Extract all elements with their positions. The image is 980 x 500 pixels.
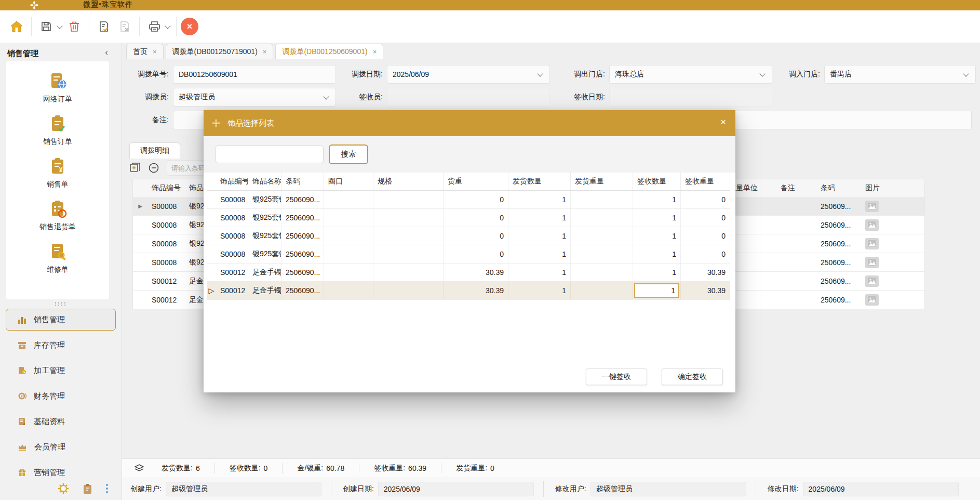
header-ship-qty[interactable]: 发货数量 <box>508 173 571 190</box>
cell-receive-qty[interactable]: 1 <box>633 209 681 227</box>
header-receive-qty[interactable]: 签收数量 <box>633 173 681 190</box>
sidebar-item-inventory-management[interactable]: 库存管理 <box>6 334 116 356</box>
header-barcode[interactable]: 条码 <box>281 173 324 190</box>
tab-transfer-order-1[interactable]: 调拨单(DB001250719001) × <box>166 44 274 59</box>
sidebar-item-network-orders[interactable]: 网络订单 <box>6 71 109 113</box>
sidebar-item-sales[interactable]: ¥ 销售单 <box>6 156 109 199</box>
header-item-code[interactable]: 饰品编号 <box>147 179 185 197</box>
receiver-field[interactable] <box>387 88 550 107</box>
cell-barcode: 2506090... <box>281 282 324 299</box>
table-row[interactable]: S00008 银925套链 2506090... 0 1 1 0 <box>207 245 730 264</box>
cell-spec <box>373 245 444 263</box>
image-placeholder-icon[interactable] <box>865 294 879 306</box>
dialog-close-icon[interactable]: × <box>720 117 726 127</box>
header-receive-weight[interactable]: 签收重量 <box>681 173 730 190</box>
layers-icon[interactable] <box>135 464 144 472</box>
circle-minus-icon <box>148 162 159 174</box>
sidebar-item-sales-returns[interactable]: 销售退货单 <box>6 199 109 241</box>
tab-transfer-detail[interactable]: 调拨明细 <box>129 142 180 159</box>
receive-date-field[interactable] <box>609 88 772 107</box>
cell-item-name: 银925套链 <box>248 245 281 263</box>
header-barcode[interactable]: 条码 <box>816 179 861 197</box>
audit-field-value: 2025/06/09 <box>378 482 534 496</box>
header-image[interactable]: 图片 <box>861 179 924 197</box>
crown-icon <box>18 443 27 451</box>
document-check-icon <box>98 20 110 33</box>
audit-field-group: 修改用户: 超级管理员 <box>543 481 756 497</box>
from-store-select[interactable]: 海珠总店 <box>609 65 772 84</box>
audit-button[interactable] <box>93 16 114 37</box>
transfer-date-select[interactable]: 2025/06/09 <box>387 65 550 84</box>
cell-receive-qty-editing[interactable]: 1 <box>633 282 681 299</box>
table-row[interactable]: S00012 足金手镯 2506090... 30.39 1 1 30.39 <box>207 264 730 282</box>
search-button[interactable]: 搜索 <box>329 144 368 164</box>
delete-button[interactable] <box>64 16 85 37</box>
cell-image <box>861 197 924 215</box>
image-placeholder-icon[interactable] <box>865 275 879 287</box>
cell-image <box>861 253 924 271</box>
save-button[interactable] <box>36 16 57 37</box>
audit-field-label: 创建用户: <box>130 484 162 494</box>
tab-close-icon[interactable]: × <box>153 48 157 56</box>
print-menu-chevron-icon[interactable] <box>165 23 170 29</box>
sidebar-item-finance-management[interactable]: ¥ 财务管理 <box>6 385 116 407</box>
sidebar-item-basic-data[interactable]: 基础资料 <box>6 411 116 432</box>
cell-receive-qty[interactable]: 1 <box>633 264 681 281</box>
cell-weight: 0 <box>444 227 508 245</box>
image-placeholder-icon[interactable] <box>865 219 879 231</box>
header-item-code[interactable]: 饰品编号 <box>216 173 248 190</box>
close-window-button[interactable]: × <box>181 18 198 35</box>
repair-order-icon <box>47 241 68 262</box>
to-store-select[interactable]: 番禺店 <box>824 65 976 84</box>
cell-barcode: 2506090... <box>281 209 324 227</box>
receive-qty-editor[interactable]: 1 <box>634 283 679 298</box>
header-ship-weight[interactable]: 发货重量 <box>571 173 633 190</box>
tab-close-icon[interactable]: × <box>373 48 377 56</box>
row-expand-icon[interactable]: ▶ <box>138 203 142 209</box>
home-button[interactable] <box>6 16 27 37</box>
dialog-header[interactable]: 饰品选择列表 × <box>204 110 735 136</box>
dialog-search-input[interactable] <box>216 146 324 163</box>
clipboard-button[interactable] <box>83 483 92 494</box>
cell-receive-qty[interactable]: 1 <box>633 191 681 208</box>
image-placeholder-icon[interactable] <box>865 257 879 268</box>
sidebar-item-sales-management[interactable]: 销售管理 <box>6 309 116 331</box>
header-weight[interactable]: 货重 <box>444 173 508 190</box>
save-menu-chevron-icon[interactable] <box>57 23 62 29</box>
transfer-user-select[interactable]: 超级管理员 <box>173 88 336 107</box>
table-row[interactable]: S00008 银925套链 2506090... 0 1 1 0 <box>207 191 730 209</box>
cell-receive-qty[interactable]: 1 <box>633 245 681 263</box>
tab-transfer-order-2-active[interactable]: 调拨单(DB001250609001) × <box>275 44 383 59</box>
tab-home[interactable]: 首页 × <box>126 44 164 59</box>
settings-gear-button[interactable] <box>58 483 69 494</box>
image-placeholder-icon[interactable] <box>865 201 879 212</box>
sidebar-item-member-management[interactable]: 会员管理 <box>6 436 116 458</box>
image-placeholder-icon[interactable] <box>865 238 879 249</box>
header-spec[interactable]: 规格 <box>373 173 444 190</box>
table-row[interactable]: S00008 银925套链 2506090... 0 1 1 0 <box>207 209 730 227</box>
cell-receive-qty[interactable]: 1 <box>633 227 681 245</box>
remove-item-button[interactable] <box>148 162 159 174</box>
cell-item-code: S00012 <box>147 291 185 309</box>
main-toolbar: × <box>0 10 980 43</box>
sidebar-item-processing-management[interactable]: 加工管理 <box>6 360 116 381</box>
table-row-current[interactable]: ▷ S00012 足金手镯 2506090... 30.39 1 1 30.39 <box>207 282 730 300</box>
status-item: 发货数量: 6 <box>147 463 214 473</box>
sidebar-item-repair-orders[interactable]: 维修单 <box>6 241 109 284</box>
table-row[interactable]: S00008 银925套链 2506090... 0 1 1 0 <box>207 227 730 245</box>
add-items-button[interactable] <box>129 162 141 174</box>
header-ring-size[interactable]: 圈口 <box>324 173 373 190</box>
sidebar-item-sales-orders[interactable]: 销售订单 <box>6 113 109 156</box>
print-button[interactable] <box>144 16 165 37</box>
more-options-button[interactable] <box>106 484 108 493</box>
transfer-no-field[interactable]: DB001250609001 <box>173 65 336 84</box>
panel-drag-handle[interactable] <box>54 301 68 306</box>
header-note[interactable]: 备注 <box>776 179 816 197</box>
confirm-sign-button[interactable]: 确定签收 <box>662 369 723 385</box>
tab-close-icon[interactable]: × <box>263 48 267 56</box>
sidebar-collapse-button[interactable]: ‹ <box>105 47 108 58</box>
header-item-name[interactable]: 饰品名称 <box>248 173 281 190</box>
inventory-box-icon <box>18 341 26 349</box>
sign-all-button[interactable]: 一键签收 <box>586 369 647 385</box>
chevron-down-icon <box>759 71 765 76</box>
